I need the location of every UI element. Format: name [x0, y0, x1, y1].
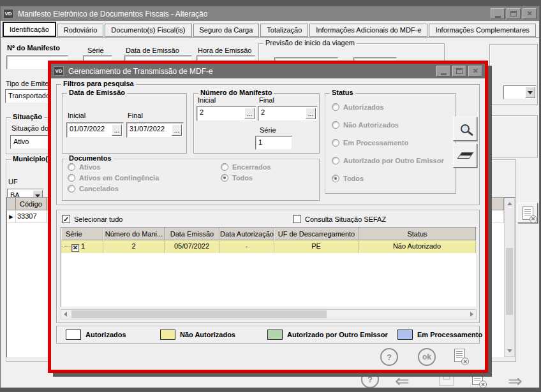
dialog-titlebar: VD Gerenciamento de Transmissão de MDF-e [51, 64, 485, 78]
data-inicial-field[interactable]: 01/07/2022 ... [66, 122, 124, 138]
dialog-title: Gerenciamento de Transmissão de MDF-e [68, 67, 213, 76]
scroll-right-icon[interactable] [470, 312, 473, 317]
radio-doc-ativos-contingencia[interactable]: Ativos em Contingência [68, 174, 159, 182]
consulta-sefaz-checkbox[interactable]: Consulta Situação SEFAZ [293, 215, 386, 223]
radio-icon [332, 121, 339, 129]
tab-totalizacao[interactable]: Totalização [260, 24, 308, 37]
status-legend: Autorizados Não Autorizados Autorizado p… [56, 326, 480, 344]
document-x-icon [454, 349, 465, 362]
situacao-value: Ativo [13, 138, 29, 145]
numero-manifesto-group-label: Número do Manifesto [198, 89, 274, 96]
cancel-document-button[interactable] [472, 372, 483, 385]
data-final-field[interactable]: 31/07/2022 ... [126, 122, 184, 138]
municipios-vertical-scrollbar[interactable] [504, 198, 515, 357]
dialog-help-button[interactable]: ? [380, 348, 398, 366]
serie-label: Série [87, 47, 104, 54]
marker-column-header[interactable] [7, 198, 16, 210]
uf-label: UF [8, 178, 18, 185]
date-picker-icon[interactable]: ... [112, 124, 122, 136]
numero-inicial-field[interactable]: 2 ... [196, 106, 256, 121]
col-data-autorizacao[interactable]: Data Autorização [219, 228, 274, 240]
status-group-label: Status [330, 89, 355, 96]
col-serie[interactable]: Série [61, 228, 103, 240]
scroll-left-icon[interactable] [64, 312, 67, 317]
minimize-icon[interactable] [491, 8, 505, 19]
scroll-down-icon[interactable] [505, 346, 514, 356]
hora-emissao-label: Hora de Emissão [198, 47, 251, 54]
tab-informacoes-adicionais[interactable]: Informações Adicionais do MDF-e [309, 24, 427, 37]
col-numero[interactable]: Número do Mani... [103, 228, 165, 240]
manifests-table: Série Número do Mani... Data Emissão Dat… [61, 227, 477, 307]
dialog-ok-button[interactable]: ok [418, 348, 436, 366]
data-inicial-label: Inicial [68, 112, 85, 119]
transmission-dialog: VD Gerenciamento de Transmissão de MDF-e… [48, 61, 488, 373]
question-icon: ? [387, 352, 392, 362]
tab-documentos-fiscais[interactable]: Documento(s) Fiscal(is) [105, 24, 191, 37]
previous-record-button[interactable]: ⇐ [395, 372, 410, 388]
results-horizontal-scrollbar[interactable] [61, 309, 477, 319]
chevron-down-icon[interactable] [525, 87, 535, 98]
scroll-up-icon[interactable] [505, 199, 514, 208]
main-titlebar: VD Manifesto Eletrônico de Documentos Fi… [1, 6, 539, 21]
radio-status-autorizados[interactable]: Autorizados [332, 103, 384, 111]
right-combo-remnant[interactable] [503, 85, 537, 99]
data-final-label: Final [128, 112, 143, 119]
row-data-emissao: 05/07/2022 [165, 240, 219, 253]
radio-status-autorizado-outro-emissor[interactable]: Autorizado por Outro Emissor [332, 157, 444, 164]
radio-status-nao-autorizados[interactable]: Não Autorizados [332, 121, 399, 129]
dialog-maximize-icon[interactable] [452, 66, 466, 76]
radio-icon [221, 163, 228, 171]
dialog-minimize-icon[interactable] [436, 66, 450, 76]
radio-doc-encerrados[interactable]: Encerrados [221, 163, 271, 171]
codigo-column-header[interactable]: Código [16, 198, 47, 210]
tab-rodoviario[interactable]: Rodoviário [57, 24, 104, 37]
tab-seguro-da-carga[interactable]: Seguro da Carga [193, 24, 260, 37]
radio-status-em-processamento[interactable]: Em Processamento [332, 139, 408, 147]
row-status: Não Autorizado [359, 240, 476, 253]
scrollbar-thumb[interactable] [506, 248, 513, 315]
radio-icon [332, 139, 339, 147]
date-picker-icon[interactable]: ... [172, 124, 182, 136]
numero-final-label: Final [259, 96, 274, 104]
tipo-emitente-value: Transportador [8, 92, 52, 99]
tab-informacoes-complementares[interactable]: Informações Complementares [429, 24, 535, 37]
next-record-button[interactable]: ⇒ [508, 372, 522, 388]
save-icon[interactable] [439, 372, 454, 386]
help-button[interactable]: ? [361, 370, 379, 388]
radio-doc-cancelados[interactable]: Cancelados [68, 185, 119, 192]
row-uf-descarregamento: PE [274, 240, 359, 253]
remove-document-button[interactable] [517, 203, 538, 223]
ok-icon: ok [422, 352, 431, 361]
scrollbar-thumb[interactable] [71, 310, 327, 318]
dialog-cancel-button[interactable] [454, 349, 465, 362]
row-checkbox-icon[interactable] [71, 244, 79, 252]
numero-final-value: 2 [261, 108, 265, 116]
row-data-autorizacao: - [219, 240, 274, 253]
radio-icon [68, 163, 75, 171]
documentos-group-label: Documentos [67, 154, 114, 162]
col-data-emissao[interactable]: Data Emissão [165, 228, 219, 240]
col-status[interactable]: Status [359, 228, 476, 240]
maximize-icon[interactable] [507, 8, 521, 19]
col-uf-descarregamento[interactable]: UF de Descarregamento [274, 228, 359, 240]
clear-filters-button[interactable] [453, 143, 477, 168]
manifest-row[interactable]: 1 2 05/07/2022 - PE Não Autorizado [61, 240, 476, 253]
eraser-icon [457, 152, 473, 159]
dialog-serie-field[interactable]: 1 [255, 136, 292, 150]
data-emissao-group: Data de Emissão Inicial 01/07/2022 ... F… [62, 93, 187, 154]
radio-doc-ativos[interactable]: Ativos [68, 163, 101, 171]
numero-manifesto-group: Número do Manifesto Inicial 2 ... Final … [193, 93, 320, 154]
close-icon[interactable] [522, 8, 537, 19]
dialog-close-icon[interactable] [468, 66, 482, 76]
documentos-group: Documentos Ativos Ativos em Contingência… [62, 159, 320, 201]
search-button[interactable] [453, 117, 477, 141]
radio-status-todos[interactable]: Todos [332, 175, 364, 182]
lookup-icon[interactable]: ... [244, 108, 255, 119]
lookup-icon[interactable]: ... [306, 108, 316, 119]
numero-manifesto-label: Nº do Manifesto [7, 44, 60, 52]
numero-final-field[interactable]: 2 ... [258, 106, 318, 121]
select-all-checkbox[interactable]: Selecionar tudo [62, 215, 122, 223]
tab-identificacao[interactable]: Identificação [3, 22, 56, 37]
tab-bar: Identificação Rodoviário Documento(s) Fi… [1, 21, 539, 38]
radio-doc-todos[interactable]: Todos [221, 174, 253, 182]
